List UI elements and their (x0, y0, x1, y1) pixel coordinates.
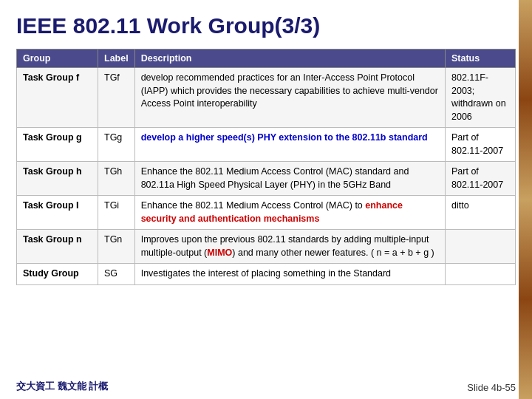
table-row: Task Group ITGiEnhance the 802.11 Medium… (17, 196, 516, 230)
cell-description: Enhance the 802.11 Medium Access Control… (134, 162, 445, 196)
cell-description: develop recommended practices for an Int… (134, 68, 445, 128)
cell-group: Task Group f (17, 68, 98, 128)
decorative-bar (519, 0, 532, 399)
cell-status: ditto (446, 196, 516, 230)
cell-description: develop a higher speed(s) PHY extension … (134, 128, 445, 162)
table-row: Task Group gTGgdevelop a higher speed(s)… (17, 128, 516, 162)
table-row: Study GroupSGInvestigates the interest o… (17, 264, 516, 285)
table-row: Task Group hTGhEnhance the 802.11 Medium… (17, 162, 516, 196)
cell-group: Task Group h (17, 162, 98, 196)
cell-group: Study Group (17, 264, 98, 285)
cell-status (446, 230, 516, 264)
header-label: Label (98, 50, 135, 68)
footer-text: 交大資工 魏文能 計概 (16, 380, 108, 393)
header-group: Group (17, 50, 98, 68)
table-row: Task Group fTGfdevelop recommended pract… (17, 68, 516, 128)
cell-group: Task Group I (17, 196, 98, 230)
slide: IEEE 802.11 Work Group(3/3) Group Label … (0, 0, 532, 399)
cell-description: Enhance the 802.11 Medium Access Control… (134, 196, 445, 230)
cell-label: TGn (98, 230, 135, 264)
page-title: IEEE 802.11 Work Group(3/3) (16, 13, 516, 38)
cell-status: Part of 802.11-2007 (446, 128, 516, 162)
cell-status (446, 264, 516, 285)
header-description: Description (134, 50, 445, 68)
slide-number: Slide 4b-55 (467, 382, 516, 393)
cell-status: 802.11F-2003; withdrawn on 2006 (446, 68, 516, 128)
cell-label: TGg (98, 128, 135, 162)
cell-label: TGh (98, 162, 135, 196)
main-table: Group Label Description Status Task Grou… (16, 49, 516, 285)
cell-status: Part of 802.11-2007 (446, 162, 516, 196)
cell-group: Task Group n (17, 230, 98, 264)
cell-label: TGf (98, 68, 135, 128)
cell-description: Improves upon the previous 802.11 standa… (134, 230, 445, 264)
header-status: Status (446, 50, 516, 68)
cell-label: TGi (98, 196, 135, 230)
table-row: Task Group nTGnImproves upon the previou… (17, 230, 516, 264)
cell-description: Investigates the interest of placing som… (134, 264, 445, 285)
cell-label: SG (98, 264, 135, 285)
cell-group: Task Group g (17, 128, 98, 162)
